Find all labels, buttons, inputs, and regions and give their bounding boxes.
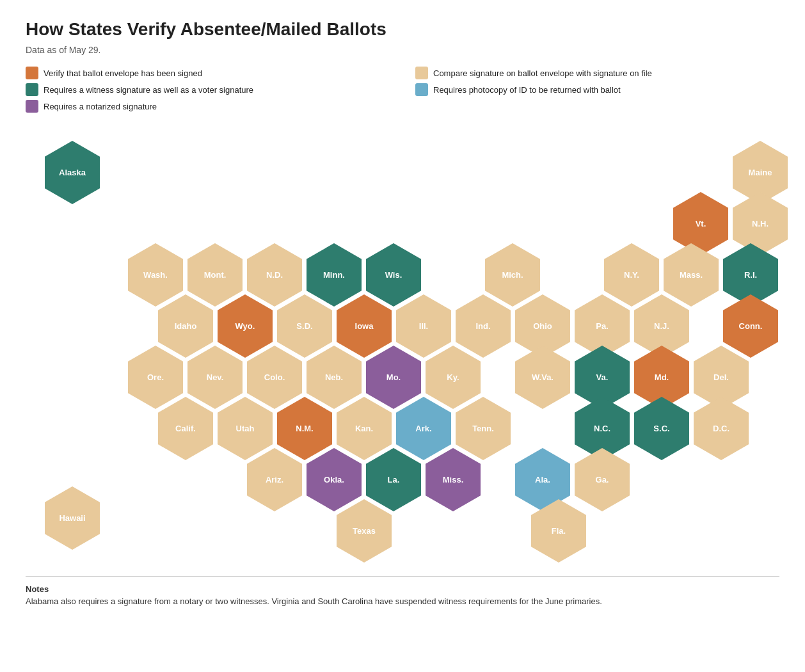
state-hex-nm: N.M. [277, 397, 332, 460]
legend-item-orange: Verify that ballot envelope has been sig… [26, 67, 390, 79]
state-hex-iowa: Iowa [337, 294, 392, 358]
state-hex-sd: S.D. [277, 294, 332, 358]
state-hex-la: La. [366, 448, 421, 511]
state-hex-ore: Ore. [128, 346, 183, 409]
state-hex-texas: Texas [337, 499, 392, 563]
notes: Notes Alabama also requires a signature … [26, 576, 779, 606]
state-hex-okla: Okla. [307, 448, 362, 511]
page-title: How States Verify Absentee/Mailed Ballot… [26, 19, 779, 40]
state-hex-ky: Ky. [426, 346, 481, 409]
state-hex-ga: Ga. [575, 448, 630, 511]
notes-title: Notes [26, 584, 779, 594]
state-hex-wis: Wis. [366, 243, 421, 307]
state-hex-wyo: Wyo. [218, 294, 273, 358]
legend-swatch-orange [26, 67, 38, 79]
state-hex-mont: Mont. [187, 243, 243, 307]
state-hex-ny: N.Y. [604, 243, 659, 307]
state-hex-conn: Conn. [723, 294, 778, 358]
legend-label-tan: Compare signature on ballot envelope wit… [433, 68, 652, 78]
state-hex-idaho: Idaho [158, 294, 213, 358]
state-hex-nh: N.H. [733, 192, 788, 255]
state-hex-mich: Mich. [485, 243, 540, 307]
state-hex-utah: Utah [218, 397, 273, 460]
state-hex-ark: Ark. [396, 397, 451, 460]
state-hex-calif: Calif. [158, 397, 213, 460]
state-hex-neb: Neb. [307, 346, 362, 409]
state-hex-minn: Minn. [307, 243, 362, 307]
state-hex-ariz: Ariz. [247, 448, 302, 511]
legend-label-purple: Requires a notarized signature [44, 102, 157, 111]
state-hex-hawaii: Hawaii [45, 486, 100, 550]
state-hex-alaska: Alaska [45, 141, 100, 204]
legend-label-orange: Verify that ballot envelope has been sig… [44, 68, 202, 78]
state-hex-vt: Vt. [673, 192, 728, 255]
state-hex-tenn: Tenn. [456, 397, 511, 460]
legend-swatch-tan [415, 67, 428, 79]
state-hex-ill: Ill. [396, 294, 451, 358]
legend-item-tan: Compare signature on ballot envelope wit… [415, 67, 779, 79]
legend-label-green: Requires a witness signature as well as … [44, 85, 253, 95]
legend-swatch-blue [415, 83, 428, 96]
state-hex-mass: Mass. [664, 243, 719, 307]
legend: Verify that ballot envelope has been sig… [26, 67, 779, 113]
subtitle: Data as of May 29. [26, 45, 779, 55]
state-hex-colo: Colo. [247, 346, 302, 409]
hex-map: AlaskaHawaiiMaineVt.N.H.Wash.Mont.N.D.Mi… [26, 128, 779, 563]
state-hex-wash: Wash. [128, 243, 183, 307]
legend-item-blue: Requires photocopy of ID to be returned … [415, 83, 779, 96]
state-hex-miss: Miss. [426, 448, 481, 511]
state-hex-wva: W.Va. [515, 346, 570, 409]
legend-swatch-purple [26, 100, 38, 113]
notes-text: Alabama also requires a signature from a… [26, 596, 779, 606]
state-hex-nev: Nev. [187, 346, 243, 409]
state-hex-kan: Kan. [337, 397, 392, 460]
state-hex-nd: N.D. [247, 243, 302, 307]
legend-swatch-green [26, 83, 38, 96]
legend-item-green: Requires a witness signature as well as … [26, 83, 390, 96]
state-hex-dc: D.C. [694, 397, 749, 460]
legend-item-purple: Requires a notarized signature [26, 100, 390, 113]
state-hex-ind: Ind. [456, 294, 511, 358]
state-hex-sc: S.C. [634, 397, 689, 460]
state-hex-mo: Mo. [366, 346, 421, 409]
legend-label-blue: Requires photocopy of ID to be returned … [433, 85, 621, 95]
